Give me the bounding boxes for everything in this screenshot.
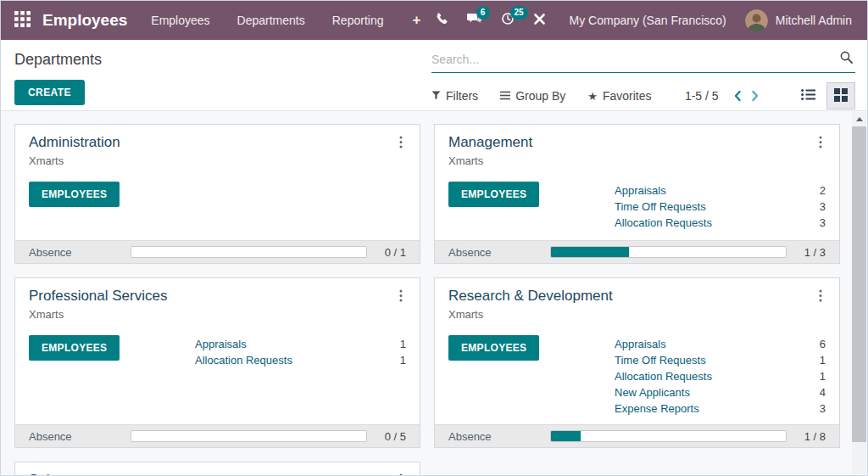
card-head: Sales bbox=[29, 472, 406, 475]
absence-progress-fill bbox=[551, 247, 629, 257]
link-appraisals[interactable]: Appraisals bbox=[615, 182, 666, 199]
link-appraisals[interactable]: Appraisals bbox=[195, 336, 247, 352]
link-new-applicants[interactable]: New Applicants bbox=[615, 384, 690, 400]
link-allocation-requests[interactable]: Allocation Requests bbox=[615, 368, 712, 384]
pager: 1-5 / 5 bbox=[685, 88, 761, 104]
card-row: EMPLOYEES Appraisals2 Time Off Requests3… bbox=[448, 182, 826, 231]
card-body: Administration Xmarts EMPLOYEES bbox=[15, 125, 420, 240]
group-by-label: Group By bbox=[515, 89, 565, 103]
group-by-button[interactable]: Group By bbox=[500, 89, 565, 103]
stat-row: Appraisals2 bbox=[615, 182, 826, 199]
filter-funnel-icon bbox=[431, 89, 441, 103]
stat-row: Allocation Requests3 bbox=[615, 215, 826, 231]
card-body: Sales bbox=[15, 462, 420, 475]
department-name[interactable]: Professional Services bbox=[29, 288, 167, 305]
stat-count: 1 bbox=[820, 352, 826, 368]
menu-reporting[interactable]: Reporting bbox=[332, 14, 384, 27]
pager-range: 1-5 / 5 bbox=[685, 89, 719, 103]
absence-footer: Absence 1 / 8 bbox=[435, 424, 839, 447]
kanban-card-research-development[interactable]: Research & Development Xmarts EMPLOYEES … bbox=[434, 277, 840, 448]
kanban-view-button[interactable] bbox=[826, 82, 855, 109]
card-head: Management Xmarts bbox=[448, 134, 826, 167]
pager-previous-button[interactable] bbox=[732, 88, 743, 104]
favorites-button[interactable]: ★ Favorites bbox=[587, 89, 651, 103]
card-menu-icon[interactable] bbox=[396, 288, 406, 307]
filters-button[interactable]: Filters bbox=[431, 89, 478, 103]
search-input[interactable] bbox=[431, 53, 839, 66]
star-icon: ★ bbox=[587, 90, 598, 103]
apps-menu-button[interactable] bbox=[11, 8, 34, 33]
control-panel: Departments CREATE Filters bbox=[1, 40, 867, 111]
link-time-off-requests[interactable]: Time Off Requests bbox=[615, 352, 706, 368]
absence-count: 0 / 5 bbox=[367, 430, 406, 443]
link-appraisals[interactable]: Appraisals bbox=[615, 336, 666, 352]
kanban-column-right: Management Xmarts EMPLOYEES Appraisals2 … bbox=[434, 124, 840, 475]
activities-badge: 25 bbox=[510, 6, 528, 20]
department-name[interactable]: Sales bbox=[29, 472, 65, 475]
kanban-card-administration[interactable]: Administration Xmarts EMPLOYEES Absence bbox=[14, 124, 420, 264]
navbar-left: Employees Employees Departments Reportin… bbox=[11, 8, 420, 33]
search-box bbox=[431, 48, 855, 73]
kanban-card-sales[interactable]: Sales bbox=[14, 462, 420, 475]
app-window: Employees Employees Departments Reportin… bbox=[0, 0, 868, 476]
company-switcher[interactable]: My Company (San Francisco) bbox=[570, 14, 726, 27]
link-time-off-requests[interactable]: Time Off Requests bbox=[615, 199, 706, 215]
search-controls-row: Filters Group By ★ Favorites 1-5 / 5 bbox=[431, 82, 855, 109]
absence-progressbar bbox=[131, 430, 367, 442]
card-body: Professional Services Xmarts EMPLOYEES A… bbox=[15, 278, 420, 424]
phone-button[interactable] bbox=[435, 12, 448, 29]
page-title: Departments bbox=[14, 51, 431, 69]
tools-button[interactable] bbox=[533, 13, 546, 29]
stat-row: Allocation Requests1 bbox=[615, 368, 826, 384]
kanban-card-management[interactable]: Management Xmarts EMPLOYEES Appraisals2 … bbox=[434, 124, 840, 264]
department-company: Xmarts bbox=[448, 154, 532, 167]
link-allocation-requests[interactable]: Allocation Requests bbox=[195, 352, 292, 368]
department-name[interactable]: Management bbox=[448, 134, 532, 151]
stat-count: 3 bbox=[820, 215, 826, 231]
control-panel-right: Filters Group By ★ Favorites 1-5 / 5 bbox=[431, 48, 855, 110]
card-body: Management Xmarts EMPLOYEES Appraisals2 … bbox=[435, 125, 839, 240]
employees-button[interactable]: EMPLOYEES bbox=[448, 335, 539, 361]
user-menu[interactable]: Mitchell Admin bbox=[745, 9, 852, 32]
department-company: Xmarts bbox=[29, 308, 167, 321]
create-button[interactable]: CREATE bbox=[14, 80, 85, 105]
employees-button[interactable]: EMPLOYEES bbox=[29, 335, 120, 361]
scrollbar-thumb[interactable] bbox=[852, 126, 866, 442]
stat-row: Time Off Requests1 bbox=[615, 352, 826, 368]
link-expense-reports[interactable]: Expense Reports bbox=[615, 400, 699, 417]
list-view-button[interactable] bbox=[794, 82, 823, 109]
absence-count: 1 / 3 bbox=[787, 246, 826, 259]
absence-count: 0 / 1 bbox=[367, 246, 406, 259]
app-title: Employees bbox=[42, 11, 127, 30]
search-icon[interactable] bbox=[839, 50, 854, 68]
card-menu-icon[interactable] bbox=[396, 472, 406, 475]
department-name[interactable]: Administration bbox=[29, 134, 120, 151]
messages-button[interactable]: 6 bbox=[467, 12, 482, 29]
stat-row: Time Off Requests3 bbox=[615, 199, 826, 215]
stat-count: 3 bbox=[820, 199, 826, 215]
menu-departments[interactable]: Departments bbox=[237, 14, 305, 27]
search-facets: Filters Group By ★ Favorites bbox=[431, 89, 652, 103]
pager-next-button[interactable] bbox=[749, 88, 761, 104]
card-menu-icon[interactable] bbox=[396, 134, 406, 154]
menu-employees[interactable]: Employees bbox=[151, 14, 209, 27]
kanban-card-professional-services[interactable]: Professional Services Xmarts EMPLOYEES A… bbox=[14, 277, 420, 448]
activities-button[interactable]: 25 bbox=[501, 12, 515, 29]
card-menu-icon[interactable] bbox=[815, 288, 826, 307]
department-name[interactable]: Research & Development bbox=[448, 288, 613, 305]
add-menu-button[interactable]: + bbox=[412, 12, 420, 29]
link-allocation-requests[interactable]: Allocation Requests bbox=[615, 215, 712, 231]
stat-links: Appraisals2 Time Off Requests3 Allocatio… bbox=[615, 182, 826, 231]
stat-count: 3 bbox=[820, 400, 826, 417]
absence-progress-fill bbox=[551, 431, 581, 441]
apps-grid-icon bbox=[14, 11, 31, 30]
employees-button[interactable]: EMPLOYEES bbox=[448, 182, 539, 207]
absence-label: Absence bbox=[448, 430, 550, 443]
card-menu-icon[interactable] bbox=[815, 134, 826, 154]
employees-button[interactable]: EMPLOYEES bbox=[29, 182, 120, 207]
stat-count: 1 bbox=[820, 368, 826, 384]
scrollbar[interactable] bbox=[852, 112, 866, 474]
navbar-right: 6 25 My Company (San Francisco) Mitchell… bbox=[435, 9, 852, 32]
scrollbar-up-arrow[interactable] bbox=[852, 112, 866, 126]
app-menus: Employees Departments Reporting + bbox=[151, 12, 420, 29]
